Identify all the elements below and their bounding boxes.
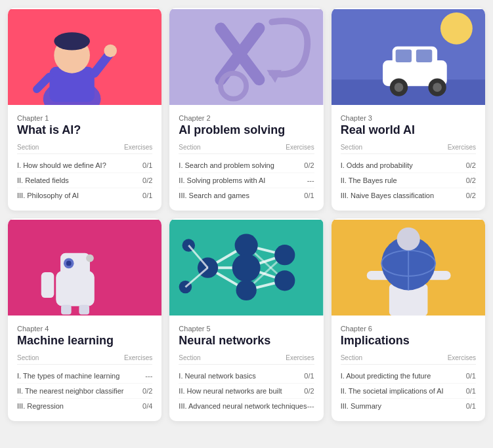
svg-point-46	[236, 280, 257, 300]
section-score: ---	[307, 176, 314, 184]
svg-point-48	[274, 270, 295, 291]
section-name: II. The nearest neighbor classifier	[17, 387, 142, 395]
chapter-title: What is AI?	[17, 123, 152, 137]
svg-point-21	[394, 83, 403, 92]
section-col-label: Section	[341, 144, 362, 151]
chapter-grid: Chapter 1 What is AI? Section Exercises …	[8, 8, 485, 421]
card-body: Chapter 4 Machine learning Section Exerc…	[8, 317, 161, 421]
section-name: III. Naive Bayes classification	[341, 192, 466, 199]
section-row: II. The nearest neighbor classifier 0/2	[17, 384, 152, 399]
section-header: Section Exercises	[179, 354, 314, 365]
section-score: 0/1	[304, 192, 314, 199]
chapter-card-5[interactable]: Chapter 5 Neural networks Section Exerci…	[169, 218, 323, 421]
chapter-label: Chapter 6	[341, 325, 476, 333]
section-col-label: Section	[17, 354, 39, 361]
svg-point-44	[235, 234, 258, 256]
section-score: 0/2	[142, 176, 152, 184]
section-col-label: Section	[17, 144, 39, 151]
section-header: Section Exercises	[179, 144, 314, 154]
svg-point-14	[440, 12, 473, 45]
card-body: Chapter 1 What is AI? Section Exercises …	[8, 106, 161, 211]
svg-point-29	[86, 254, 94, 262]
section-row: III. Search and games 0/1	[179, 188, 314, 203]
section-name: III. Summary	[341, 402, 466, 410]
chapter-label: Chapter 5	[179, 325, 314, 333]
section-row: I. The types of machine learning ---	[17, 369, 152, 384]
card-body: Chapter 2 AI problem solving Section Exe…	[169, 106, 323, 211]
card-image	[8, 218, 161, 317]
section-score: 0/1	[466, 387, 476, 395]
section-score: 0/4	[142, 402, 152, 410]
card-body: Chapter 6 Implications Section Exercises…	[332, 317, 485, 421]
card-image	[169, 8, 323, 106]
chapter-card-6[interactable]: Chapter 6 Implications Section Exercises…	[332, 218, 485, 421]
chapter-card-1[interactable]: Chapter 1 What is AI? Section Exercises …	[8, 8, 161, 211]
section-row: III. Regression 0/4	[17, 399, 152, 413]
exercises-col-label: Exercises	[286, 144, 314, 151]
section-score: 0/1	[466, 402, 476, 410]
section-name: I. About predicting the future	[341, 372, 466, 380]
section-row: III. Philosophy of AI 0/1	[17, 188, 152, 203]
section-name: II. Related fields	[17, 176, 142, 184]
section-row: II. Solving problems with AI ---	[179, 173, 314, 188]
svg-point-28	[66, 260, 72, 266]
chapter-label: Chapter 4	[17, 325, 152, 333]
svg-point-6	[104, 44, 117, 57]
exercises-col-label: Exercises	[448, 144, 476, 151]
section-name: I. Neural network basics	[179, 372, 304, 380]
chapter-label: Chapter 2	[179, 114, 314, 122]
card-body: Chapter 5 Neural networks Section Exerci…	[169, 317, 323, 421]
section-name: III. Philosophy of AI	[17, 192, 142, 199]
section-header: Section Exercises	[17, 144, 152, 154]
chapter-card-3[interactable]: Chapter 3 Real world AI Section Exercise…	[332, 8, 485, 211]
svg-rect-31	[79, 305, 89, 315]
card-image	[332, 8, 485, 106]
section-col-label: Section	[179, 354, 200, 361]
exercises-col-label: Exercises	[448, 354, 476, 361]
svg-rect-18	[395, 49, 411, 62]
section-name: I. Odds and probability	[341, 161, 466, 169]
section-score: 0/1	[466, 372, 476, 380]
section-score: ---	[307, 402, 314, 410]
section-name: II. The Bayes rule	[341, 176, 466, 184]
section-row: II. Related fields 0/2	[17, 173, 152, 188]
section-score: 0/2	[142, 387, 152, 395]
section-row: I. Search and problem solving 0/2	[179, 158, 314, 173]
section-name: III. Advanced neural network techniques	[179, 402, 307, 410]
svg-rect-32	[41, 272, 54, 298]
section-header: Section Exercises	[341, 144, 476, 154]
chapter-title: Real world AI	[341, 123, 476, 137]
exercises-col-label: Exercises	[286, 354, 314, 361]
section-score: 0/1	[142, 161, 152, 169]
section-header: Section Exercises	[341, 354, 476, 365]
chapter-title: AI problem solving	[179, 123, 314, 137]
section-row: I. About predicting the future 0/1	[341, 369, 476, 384]
section-row: III. Summary 0/1	[341, 399, 476, 413]
svg-point-45	[232, 254, 261, 282]
section-col-label: Section	[179, 144, 200, 151]
section-row: II. The Bayes rule 0/2	[341, 173, 476, 188]
chapter-label: Chapter 1	[17, 114, 152, 122]
section-score: 0/1	[304, 372, 314, 380]
section-row: II. The societal implications of AI 0/1	[341, 384, 476, 399]
section-score: 0/2	[304, 387, 314, 395]
section-name: I. How should we define AI?	[17, 161, 142, 169]
section-name: II. The societal implications of AI	[341, 387, 466, 395]
chapter-card-4[interactable]: Chapter 4 Machine learning Section Exerc…	[8, 218, 161, 421]
card-image	[332, 218, 485, 317]
section-name: III. Regression	[17, 402, 142, 410]
section-name: I. The types of machine learning	[17, 372, 145, 380]
section-score: ---	[145, 372, 152, 380]
chapter-card-2[interactable]: Chapter 2 AI problem solving Section Exe…	[169, 8, 323, 211]
chapter-label: Chapter 3	[341, 114, 476, 122]
section-name: II. How neural networks are built	[179, 387, 304, 395]
svg-rect-25	[56, 271, 95, 306]
section-score: 0/2	[466, 161, 476, 169]
section-name: II. Solving problems with AI	[179, 176, 307, 184]
section-name: I. Search and problem solving	[179, 161, 304, 169]
section-row: I. How should we define AI? 0/1	[17, 158, 152, 173]
chapter-title: Implications	[341, 334, 476, 348]
section-name: III. Search and games	[179, 192, 304, 199]
section-row: I. Odds and probability 0/2	[341, 158, 476, 173]
exercises-col-label: Exercises	[124, 144, 152, 151]
